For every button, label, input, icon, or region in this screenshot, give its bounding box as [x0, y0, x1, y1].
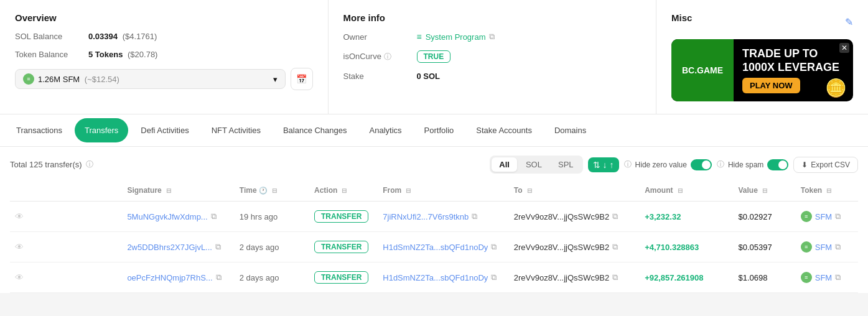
- value-cell: $0.05397: [739, 243, 772, 252]
- table-row: 👁 oePcFzHNQmjp7RhS... ⧉ 2 days ago TRANS…: [10, 263, 858, 293]
- token-selector[interactable]: ≡ 1.26M SFM (~$12.54) ▾: [15, 69, 286, 89]
- ad-play-button[interactable]: PLAY NOW: [742, 78, 800, 93]
- copy-from-icon[interactable]: ⧉: [491, 242, 497, 252]
- signature-link[interactable]: 2w5DDBhrs2X7JGjvL...: [127, 243, 212, 252]
- hide-zero-info-icon: ⓘ: [624, 159, 632, 170]
- copy-sig-icon[interactable]: ⧉: [216, 272, 222, 282]
- filter-group: All SOL SPL: [490, 156, 582, 174]
- from-address[interactable]: H1dSmNZ2Ta...sbQFd1noDy: [383, 273, 488, 282]
- tab-transactions[interactable]: Transactions: [6, 118, 72, 142]
- overview-panel: Overview SOL Balance 0.03394 ($4.1761) T…: [0, 0, 329, 114]
- to-address: 2reVv9oz8V...jjQsSWc9B2: [514, 212, 609, 221]
- from-address[interactable]: H1dSmNZ2Ta...sbQFd1noDy: [383, 243, 488, 252]
- misc-title: Misc: [671, 12, 692, 23]
- tab-domains[interactable]: Domains: [544, 118, 596, 142]
- export-icon: ⬇: [801, 160, 808, 169]
- filter-spl-btn[interactable]: SPL: [551, 157, 581, 172]
- row-eye-icon[interactable]: 👁: [15, 211, 24, 221]
- copy-token-icon[interactable]: ⧉: [835, 272, 841, 282]
- tab-balance-changes[interactable]: Balance Changes: [273, 118, 357, 142]
- sort-up-icon[interactable]: ↑: [610, 160, 614, 170]
- row-eye-icon[interactable]: 👁: [15, 272, 24, 282]
- info-icon: ⓘ: [384, 52, 391, 61]
- copy-token-icon[interactable]: ⧉: [835, 242, 841, 252]
- copy-sig-icon[interactable]: ⧉: [215, 242, 221, 252]
- filter-all-btn[interactable]: All: [492, 157, 517, 172]
- th-time: Time 🕐 ⊟: [235, 180, 309, 202]
- token-link[interactable]: SFM: [815, 273, 832, 282]
- from-address[interactable]: 7jiRNxUfi2...7V6rs9tknb: [383, 212, 469, 221]
- th-amount: Amount ⊟: [640, 180, 733, 202]
- edit-icon[interactable]: ✎: [845, 16, 853, 28]
- copy-to-icon[interactable]: ⧉: [612, 272, 618, 282]
- hide-spam-label: Hide spam: [728, 160, 763, 169]
- hide-spam-info-icon: ⓘ: [717, 159, 724, 170]
- sol-balance-label: SOL Balance: [15, 32, 83, 41]
- token-name: 1.26M SFM (~$12.54): [38, 75, 119, 84]
- time-cell: 2 days ago: [240, 243, 279, 252]
- copy-from-icon[interactable]: ⧉: [491, 272, 497, 282]
- hide-spam-toggle-wrap: ⓘ Hide spam: [717, 159, 788, 170]
- th-action: Action ⊟: [309, 180, 378, 202]
- tab-portfolio[interactable]: Portfolio: [414, 118, 464, 142]
- token-icon: ≡: [801, 211, 812, 222]
- chevron-down-icon: ▾: [273, 75, 278, 84]
- sol-balance-value: 0.03394 ($4.1761): [88, 32, 157, 41]
- th-value: Value ⊟: [734, 180, 796, 202]
- time-cell: 2 days ago: [240, 273, 279, 282]
- copy-to-icon[interactable]: ⧉: [612, 242, 618, 252]
- time-filter-icon[interactable]: ⊟: [272, 187, 277, 194]
- to-filter-icon[interactable]: ⊟: [527, 187, 532, 194]
- signature-link[interactable]: 5MuNGgvkJfwXdmp...: [127, 212, 207, 221]
- is-on-curve-label: isOnCurve ⓘ: [343, 52, 412, 62]
- value-cell: $1.0698: [739, 273, 768, 282]
- row-eye-icon[interactable]: 👁: [15, 242, 24, 252]
- hide-spam-toggle[interactable]: [767, 159, 788, 170]
- copy-token-icon[interactable]: ⧉: [835, 211, 841, 221]
- stake-label: Stake: [343, 72, 412, 81]
- tab-defi-activities[interactable]: Defi Activities: [131, 118, 198, 142]
- copy-owner-icon[interactable]: ⧉: [489, 32, 495, 42]
- amount-filter-icon[interactable]: ⊟: [678, 187, 683, 194]
- owner-link[interactable]: System Program: [426, 32, 486, 42]
- token-link[interactable]: SFM: [815, 212, 832, 221]
- calendar-icon: 📅: [296, 74, 307, 84]
- time-cell: 19 hrs ago: [240, 212, 278, 221]
- th-eye: [10, 180, 122, 202]
- signature-link[interactable]: oePcFzHNQmjp7RhS...: [127, 273, 212, 282]
- sort-both-icon[interactable]: ⇅: [593, 160, 600, 170]
- tab-analytics[interactable]: Analytics: [360, 118, 412, 142]
- ad-banner[interactable]: BC.GAME TRADE UP TO 1000X LEVERAGE PLAY …: [671, 39, 853, 101]
- tab-stake-accounts[interactable]: Stake Accounts: [466, 118, 542, 142]
- from-filter-icon[interactable]: ⊟: [406, 187, 411, 194]
- clock-icon: 🕐: [259, 187, 268, 195]
- sort-group: ⇅ ↓ ↑: [588, 157, 619, 172]
- ad-close-icon[interactable]: ✕: [839, 43, 849, 53]
- tab-nft-activities[interactable]: NFT Activities: [202, 118, 271, 142]
- misc-panel: Misc ✎ BC.GAME TRADE UP TO 1000X LEVERAG…: [656, 0, 868, 114]
- tab-transfers[interactable]: Transfers: [75, 118, 128, 142]
- total-info-icon: ⓘ: [86, 159, 93, 170]
- filter-sol-btn[interactable]: SOL: [518, 157, 549, 172]
- tabs-bar: Transactions Transfers Defi Activities N…: [0, 114, 868, 147]
- copy-from-icon[interactable]: ⧉: [472, 211, 477, 221]
- token-icon: ≡: [801, 272, 812, 283]
- token-balance-value: 5 Tokens ($20.78): [88, 50, 157, 59]
- sfm-token-icon: ≡: [23, 73, 34, 85]
- sig-filter-icon[interactable]: ⊟: [166, 187, 171, 194]
- value-filter-icon[interactable]: ⊟: [762, 187, 767, 194]
- token-link[interactable]: SFM: [815, 243, 832, 252]
- th-token: Token ⊟: [796, 180, 858, 202]
- overview-title: Overview: [15, 12, 313, 23]
- token-filter-icon[interactable]: ⊟: [826, 187, 831, 194]
- sort-down-icon[interactable]: ↓: [603, 160, 607, 170]
- export-csv-button[interactable]: ⬇ Export CSV: [793, 157, 858, 173]
- hide-zero-toggle[interactable]: [691, 159, 712, 170]
- calendar-button[interactable]: 📅: [291, 68, 313, 90]
- transfers-table: Signature ⊟ Time 🕐 ⊟ Action ⊟: [10, 180, 858, 293]
- copy-to-icon[interactable]: ⧉: [612, 211, 618, 221]
- hide-zero-label: Hide zero value: [635, 160, 687, 169]
- copy-sig-icon[interactable]: ⧉: [211, 211, 217, 221]
- action-badge: TRANSFER: [314, 210, 368, 223]
- action-filter-icon[interactable]: ⊟: [342, 187, 347, 194]
